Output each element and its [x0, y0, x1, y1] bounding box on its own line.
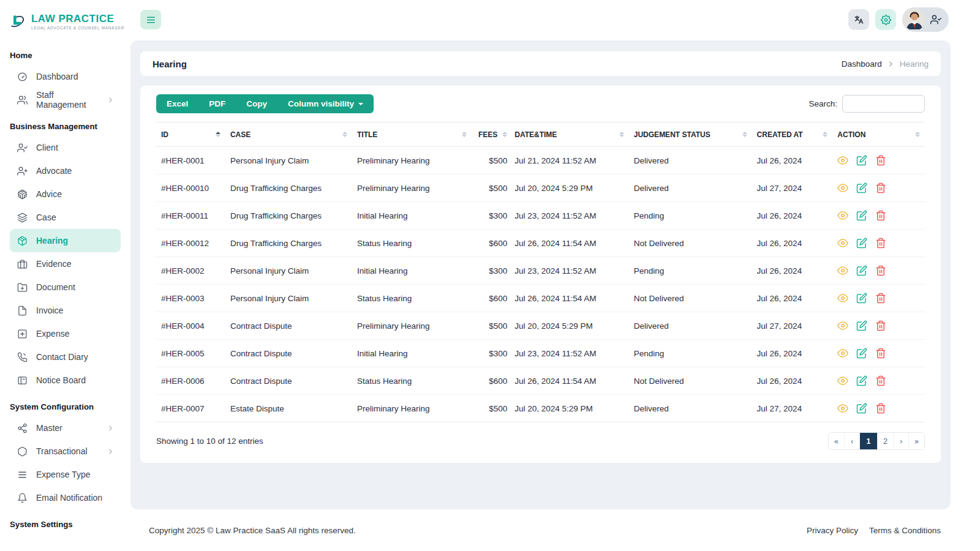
view-button[interactable] — [837, 320, 848, 331]
pagination-prev-button[interactable]: ‹ — [844, 433, 859, 449]
row-actions — [837, 403, 920, 414]
cell-case: Personal Injury Claim — [225, 257, 352, 285]
cell-datetime: Jul 23, 2024 11:52 AM — [510, 340, 629, 367]
column-header-action[interactable]: ACTION — [832, 122, 925, 147]
edit-button[interactable] — [856, 348, 867, 359]
trash-icon — [875, 403, 886, 414]
terms-conditions-link[interactable]: Terms & Conditions — [869, 526, 941, 535]
excel-export-button[interactable]: Excel — [156, 94, 198, 113]
sidebar-item-label: Notice Board — [36, 375, 86, 385]
pagination-last-button[interactable]: » — [908, 433, 924, 449]
sidebar-item-email-notification[interactable]: Email Notification — [10, 486, 121, 509]
edit-button[interactable] — [856, 265, 867, 276]
column-header-id[interactable]: ID — [156, 122, 225, 147]
delete-button[interactable] — [875, 348, 886, 359]
sidebar-item-hearing[interactable]: Hearing — [10, 229, 121, 252]
sidebar-item-document[interactable]: Document — [10, 276, 121, 299]
pagination-first-button[interactable]: « — [829, 433, 844, 449]
cell-datetime: Jul 20, 2024 5:29 PM — [510, 174, 629, 202]
delete-button[interactable] — [875, 403, 886, 414]
view-button[interactable] — [837, 348, 848, 359]
pagination-page-1[interactable]: 1 — [859, 433, 877, 449]
sidebar-item-evidence[interactable]: Evidence — [10, 252, 121, 276]
edit-button[interactable] — [856, 403, 867, 414]
sidebar-item-contact-diary[interactable]: Contact Diary — [10, 345, 121, 369]
delete-button[interactable] — [875, 238, 886, 249]
column-header-title[interactable]: TITLE — [352, 122, 472, 147]
sidebar-item-advocate[interactable]: Advocate — [10, 159, 121, 182]
app-logo[interactable]: LAW PRACTICE LEGAL ADVOCATE & COUNSEL MA… — [0, 0, 130, 40]
view-button[interactable] — [837, 293, 848, 304]
column-visibility-button[interactable]: Column visibility — [277, 94, 374, 113]
sidebar-item-client[interactable]: Client — [10, 136, 121, 159]
edit-button[interactable] — [856, 182, 867, 193]
sidebar-item-expense[interactable]: Expense — [10, 322, 121, 345]
cell-id: #HER-00010 — [156, 174, 225, 202]
edit-button[interactable] — [856, 375, 867, 386]
sidebar-item-label: Staff Management — [36, 90, 98, 110]
sidebar-toggle-button[interactable] — [140, 10, 161, 29]
row-actions — [837, 265, 920, 276]
column-header-case[interactable]: CASE — [225, 122, 352, 147]
cell-case: Contract Dispute — [225, 367, 352, 395]
sidebar-nav: Home Dashboard Staff Management Business… — [0, 48, 130, 531]
delete-button[interactable] — [875, 210, 886, 221]
view-button[interactable] — [837, 375, 848, 386]
delete-button[interactable] — [875, 155, 886, 166]
column-header-judgement-status[interactable]: JUDGEMENT STATUS — [629, 122, 752, 147]
privacy-policy-link[interactable]: Privacy Policy — [807, 526, 858, 535]
view-button[interactable] — [837, 238, 848, 249]
sidebar-item-invoice[interactable]: Invoice — [10, 299, 121, 322]
table-row: #HER-0002 Personal Injury Claim Initial … — [156, 257, 925, 285]
sidebar-item-label: Case — [36, 212, 56, 222]
hearing-table-card: Excel PDF Copy Column visibility Search: — [140, 86, 941, 463]
edit-button[interactable] — [856, 238, 867, 249]
sidebar-item-case[interactable]: Case — [10, 206, 121, 229]
sidebar-heading-home: Home — [10, 48, 121, 62]
breadcrumb-dashboard-link[interactable]: Dashboard — [842, 59, 882, 69]
sidebar-item-dashboard[interactable]: Dashboard — [10, 65, 121, 88]
column-header-fees[interactable]: FEES — [472, 122, 510, 147]
cell-status: Delivered — [629, 174, 752, 202]
pagination-page-2[interactable]: 2 — [877, 433, 893, 449]
sidebar-item-expense-type[interactable]: Expense Type — [10, 463, 121, 486]
column-header-datetime[interactable]: DATE&TIME — [510, 122, 629, 147]
sidebar-item-label: Evidence — [36, 259, 72, 269]
view-button[interactable] — [837, 210, 848, 221]
sidebar-item-notice-board[interactable]: Notice Board — [10, 369, 121, 392]
settings-button[interactable] — [875, 9, 896, 30]
delete-button[interactable] — [875, 375, 886, 386]
row-actions — [837, 238, 920, 249]
view-button[interactable] — [837, 182, 848, 193]
pagination-next-button[interactable]: › — [893, 433, 908, 449]
share-icon — [17, 423, 28, 433]
copy-button[interactable]: Copy — [236, 94, 277, 113]
sidebar-item-transactional[interactable]: Transactional — [10, 440, 121, 463]
edit-button[interactable] — [856, 210, 867, 221]
edit-icon — [856, 403, 867, 414]
column-header-created-at[interactable]: CREATED AT — [752, 122, 833, 147]
pagination: « ‹ 1 2 › » — [828, 432, 925, 450]
sidebar-item-advice[interactable]: Advice — [10, 182, 121, 206]
delete-button[interactable] — [875, 293, 886, 304]
pdf-export-button[interactable]: PDF — [198, 94, 236, 113]
view-button[interactable] — [837, 265, 848, 276]
delete-button[interactable] — [875, 320, 886, 331]
view-button[interactable] — [837, 155, 848, 166]
edit-button[interactable] — [856, 293, 867, 304]
sidebar-item-staff-management[interactable]: Staff Management — [10, 88, 121, 111]
eye-icon — [837, 403, 848, 414]
profile-menu-button[interactable] — [902, 7, 949, 32]
view-button[interactable] — [837, 403, 848, 414]
search-input[interactable] — [842, 95, 925, 113]
edit-button[interactable] — [856, 320, 867, 331]
language-button[interactable] — [848, 9, 869, 30]
cell-created: Jul 26, 2024 — [752, 340, 833, 367]
delete-button[interactable] — [875, 182, 886, 193]
table-row: #HER-00010 Drug Trafficking Charges Prel… — [156, 174, 925, 202]
cell-status: Pending — [629, 202, 752, 230]
edit-button[interactable] — [856, 155, 867, 166]
sidebar-item-master[interactable]: Master — [10, 416, 121, 440]
briefcase-icon — [17, 259, 28, 269]
delete-button[interactable] — [875, 265, 886, 276]
